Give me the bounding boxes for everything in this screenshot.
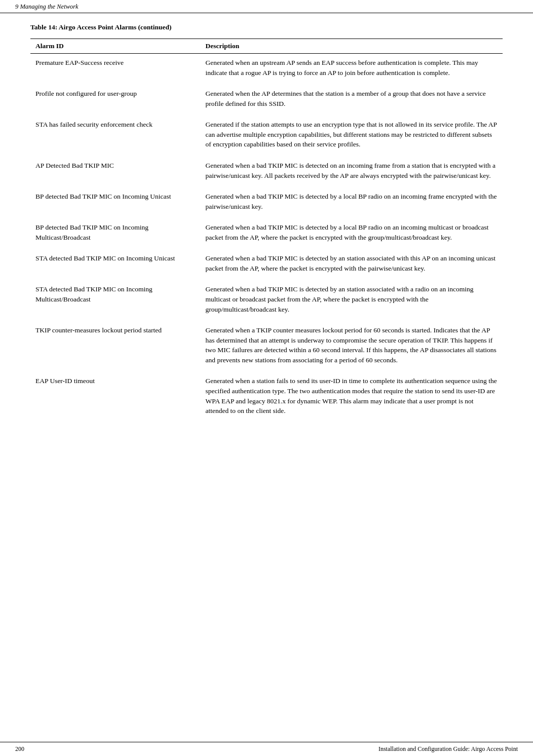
alarm-id-cell: STA detected Bad TKIP MIC on Incoming Mu… bbox=[30, 280, 201, 321]
page-content: Table 14: Airgo Access Point Alarms (con… bbox=[0, 13, 533, 443]
alarms-table: Alarm ID Description Premature EAP-Succe… bbox=[30, 39, 503, 423]
alarm-id-cell: BP detected Bad TKIP MIC on Incoming Uni… bbox=[30, 187, 201, 218]
description-cell: Generated when the AP determines that th… bbox=[201, 85, 503, 116]
table-row: STA has failed security enforcement chec… bbox=[30, 116, 503, 157]
description-cell: Generated when a bad TKIP MIC is detecte… bbox=[201, 218, 503, 249]
footer-right-text: Installation and Configuration Guide: Ai… bbox=[378, 745, 518, 753]
table-label: Table 14: bbox=[30, 23, 57, 31]
alarm-id-cell: EAP User-ID timeout bbox=[30, 372, 201, 423]
alarm-id-cell: TKIP counter-measures lockout period sta… bbox=[30, 321, 201, 372]
page-header: 9 Managing the Network bbox=[0, 0, 533, 13]
description-cell: Generated when a bad TKIP MIC is detecte… bbox=[201, 157, 503, 187]
footer-page-number: 200 bbox=[15, 745, 24, 753]
alarm-id-cell: STA detected Bad TKIP MIC on Incoming Un… bbox=[30, 249, 201, 280]
alarm-id-cell: BP detected Bad TKIP MIC on Incoming Mul… bbox=[30, 218, 201, 249]
table-caption: Table 14: Airgo Access Point Alarms (con… bbox=[30, 23, 503, 33]
table-row: STA detected Bad TKIP MIC on Incoming Un… bbox=[30, 249, 503, 280]
alarm-id-cell: STA has failed security enforcement chec… bbox=[30, 116, 201, 157]
description-cell: Generated when a station fails to send i… bbox=[201, 372, 503, 423]
table-row: BP detected Bad TKIP MIC on Incoming Mul… bbox=[30, 218, 503, 249]
table-title: Airgo Access Point Alarms (continued) bbox=[59, 23, 172, 31]
chapter-title: 9 Managing the Network bbox=[15, 3, 79, 11]
alarm-id-cell: AP Detected Bad TKIP MIC bbox=[30, 157, 201, 187]
table-row: TKIP counter-measures lockout period sta… bbox=[30, 321, 503, 372]
description-cell: Generated when a bad TKIP MIC is detecte… bbox=[201, 249, 503, 280]
description-cell: Generated when a bad TKIP MIC is detecte… bbox=[201, 187, 503, 218]
description-cell: Generated when a TKIP counter measures l… bbox=[201, 321, 503, 372]
page-footer: 200 Installation and Configuration Guide… bbox=[0, 742, 533, 756]
description-cell: Generated when a bad TKIP MIC is detecte… bbox=[201, 280, 503, 321]
alarm-id-cell: Profile not configured for user-group bbox=[30, 85, 201, 116]
alarm-id-cell: Premature EAP-Success receive bbox=[30, 54, 201, 85]
description-cell: Generated when an upstream AP sends an E… bbox=[201, 54, 503, 85]
table-row: AP Detected Bad TKIP MICGenerated when a… bbox=[30, 157, 503, 187]
table-row: STA detected Bad TKIP MIC on Incoming Mu… bbox=[30, 280, 503, 321]
table-row: EAP User-ID timeoutGenerated when a stat… bbox=[30, 372, 503, 423]
table-row: Premature EAP-Success receiveGenerated w… bbox=[30, 54, 503, 85]
table-row: BP detected Bad TKIP MIC on Incoming Uni… bbox=[30, 187, 503, 218]
table-row: Profile not configured for user-groupGen… bbox=[30, 85, 503, 116]
description-cell: Generated if the station attempts to use… bbox=[201, 116, 503, 157]
col-description: Description bbox=[201, 39, 503, 54]
col-alarm-id: Alarm ID bbox=[30, 39, 201, 54]
